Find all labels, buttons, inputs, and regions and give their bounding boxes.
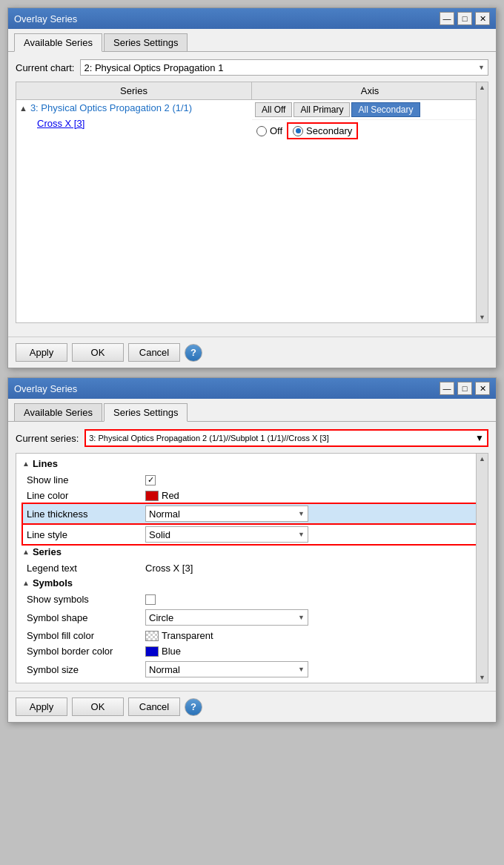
cancel-button-2[interactable]: Cancel: [128, 697, 180, 716]
series-col-header: Series: [16, 82, 252, 99]
symbol-fill-label: Symbol fill color: [22, 628, 141, 643]
symbol-shape-label: Symbol shape: [22, 607, 141, 628]
series-collapse-icon[interactable]: ▲: [22, 548, 30, 556]
lines-section-label: Lines: [33, 458, 58, 469]
symbol-border-value: Blue: [141, 643, 482, 659]
show-line-value: ✓: [141, 472, 482, 488]
scroll-up-icon[interactable]: ▲: [477, 82, 487, 93]
line-style-label: Line style: [22, 524, 141, 545]
symbol-shape-text: Circle: [149, 612, 173, 623]
maximize-button-1[interactable]: □: [457, 12, 472, 25]
series-child-left: Cross X [3]: [16, 116, 252, 131]
line-color-display: Red: [145, 490, 477, 501]
line-style-arrow-icon: ▼: [298, 531, 305, 538]
show-symbols-value: [141, 591, 482, 607]
show-symbols-row: Show symbols: [22, 591, 482, 607]
help-button-1[interactable]: ?: [185, 344, 202, 362]
dialog1-content: Current chart: 2: Physical Optics Propag…: [8, 52, 496, 337]
tab-available-series-1[interactable]: Available Series: [14, 33, 102, 52]
symbol-border-swatch: [145, 646, 159, 657]
show-symbols-label: Show symbols: [22, 591, 141, 607]
symbol-size-combo[interactable]: Normal ▼: [145, 661, 308, 677]
ok-button-2[interactable]: OK: [72, 697, 124, 716]
line-style-value: Solid ▼: [141, 524, 482, 545]
tab-series-settings-1[interactable]: Series Settings: [104, 33, 188, 51]
current-series-combo[interactable]: 3: Physical Optics Propagation 2 (1/1)//…: [84, 429, 488, 447]
off-radio-label: Off: [270, 125, 282, 136]
series-right-col: All Off All Primary All Secondary Off Se…: [252, 100, 488, 322]
scroll-down-icon[interactable]: ▼: [477, 312, 487, 322]
current-chart-label: Current chart:: [16, 62, 74, 73]
symbols-section-label: Symbols: [33, 577, 73, 589]
symbol-size-value: Normal ▼: [141, 659, 482, 680]
symbols-collapse-icon[interactable]: ▲: [22, 579, 30, 587]
legend-text-row: Legend text Cross X [3]: [22, 560, 482, 576]
line-color-value: Red: [141, 488, 482, 503]
current-chart-combo[interactable]: 2: Physical Optics Propagation 1 ▼: [80, 59, 488, 76]
symbol-shape-combo[interactable]: Circle ▼: [145, 609, 308, 626]
dialog1-title: Overlay Series: [14, 13, 77, 24]
series-table-body: ▲ 3: Physical Optics Propagation 2 (1/1)…: [16, 100, 488, 322]
apply-button-2[interactable]: Apply: [16, 697, 67, 716]
symbol-size-row: Symbol size Normal ▼: [22, 659, 482, 680]
close-button-2[interactable]: ✕: [475, 382, 490, 395]
minimize-button-1[interactable]: —: [440, 12, 454, 25]
show-line-label: Show line: [22, 472, 141, 488]
axis-options-child: Off Secondary: [252, 120, 488, 142]
close-button-1[interactable]: ✕: [475, 12, 490, 25]
line-thickness-combo[interactable]: Normal ▼: [145, 506, 308, 522]
axis-col-header: Axis: [252, 82, 488, 99]
minimize-button-2[interactable]: —: [440, 382, 454, 395]
symbol-border-row: Symbol border color Blue: [22, 643, 482, 659]
scroll-up-icon-2[interactable]: ▲: [477, 454, 487, 464]
line-thickness-value: Normal ▼: [141, 503, 482, 524]
line-color-label: Line color: [22, 488, 141, 503]
lines-section-header: ▲ Lines: [22, 457, 482, 472]
collapse-triangle-icon: ▲: [19, 104, 27, 113]
series-parent-row: ▲ 3: Physical Optics Propagation 2 (1/1): [16, 100, 252, 116]
tab-available-series-2[interactable]: Available Series: [14, 403, 102, 421]
axis-buttons-parent: All Off All Primary All Secondary: [252, 100, 488, 120]
dialog2-title: Overlay Series: [14, 383, 77, 394]
symbol-shape-arrow-icon: ▼: [298, 614, 305, 621]
line-style-row: Line style Solid ▼: [22, 524, 482, 545]
off-radio-icon[interactable]: [256, 126, 267, 136]
maximize-button-2[interactable]: □: [457, 382, 472, 395]
show-line-checkbox-cell: ✓: [145, 475, 477, 485]
cancel-button-1[interactable]: Cancel: [128, 343, 180, 362]
lines-collapse-icon[interactable]: ▲: [22, 460, 30, 468]
scrollbar-1[interactable]: ▲ ▼: [476, 82, 488, 322]
current-series-row: Current series: 3: Physical Optics Propa…: [16, 429, 488, 447]
series-settings-table: Legend text Cross X [3]: [22, 560, 482, 576]
symbols-settings-table: Show symbols Symbol shape Circle ▼: [22, 591, 482, 680]
current-series-arrow-icon: ▼: [475, 433, 484, 443]
current-series-value: 3: Physical Optics Propagation 2 (1/1)//…: [89, 434, 328, 443]
line-style-combo[interactable]: Solid ▼: [145, 526, 308, 543]
tab-series-settings-2[interactable]: Series Settings: [104, 403, 188, 422]
symbol-border-text: Blue: [162, 646, 181, 657]
help-button-2[interactable]: ?: [185, 698, 202, 716]
all-off-button[interactable]: All Off: [255, 102, 292, 117]
series-section-label: Series: [33, 546, 62, 557]
symbol-size-arrow-icon: ▼: [298, 666, 305, 673]
series-section-header: ▲ Series: [22, 545, 482, 560]
settings-content: ▲ Lines Show line ✓ Line color: [16, 454, 488, 683]
show-line-checkbox[interactable]: ✓: [145, 475, 156, 485]
secondary-radio-icon[interactable]: [293, 126, 303, 136]
show-symbols-checkbox[interactable]: [145, 594, 156, 605]
series-parent-label[interactable]: 3: Physical Optics Propagation 2 (1/1): [30, 102, 249, 113]
line-thickness-row: Line thickness Normal ▼: [22, 503, 482, 524]
series-left-col: ▲ 3: Physical Optics Propagation 2 (1/1)…: [16, 100, 252, 322]
symbol-size-label: Symbol size: [22, 659, 141, 680]
cross-x-link[interactable]: Cross X [3]: [37, 118, 84, 129]
line-thickness-text: Normal: [149, 508, 180, 520]
symbol-border-display: Blue: [145, 646, 477, 657]
ok-button-1[interactable]: OK: [72, 343, 124, 362]
apply-button-1[interactable]: Apply: [16, 343, 67, 362]
scroll-down-icon-2[interactable]: ▼: [477, 672, 487, 683]
all-primary-button[interactable]: All Primary: [294, 102, 350, 117]
symbol-fill-value: Transparent: [141, 628, 482, 643]
all-secondary-button[interactable]: All Secondary: [351, 102, 420, 117]
scrollbar-2[interactable]: ▲ ▼: [476, 454, 488, 683]
line-thickness-label: Line thickness: [22, 503, 141, 524]
